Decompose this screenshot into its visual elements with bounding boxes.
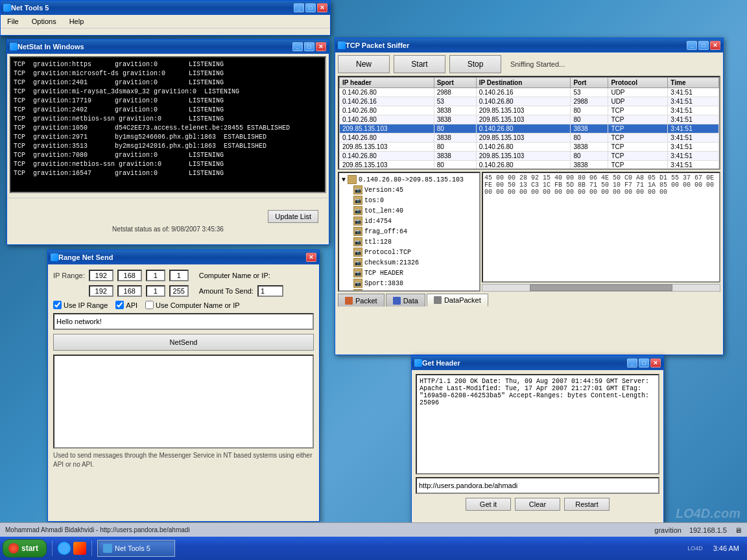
menu-file[interactable]: File [3, 16, 23, 27]
packet-tree-item[interactable]: 📷 frag_off:64 [340, 226, 478, 237]
amount-input[interactable] [257, 285, 283, 297]
netstat-window: NetStat In Windows _ □ ✕ TCP gravition:h… [6, 39, 329, 245]
taskbar-nettools[interactable]: Net Tools 5 [97, 540, 175, 557]
menu-help[interactable]: Help [65, 16, 88, 27]
packet-tree[interactable]: ▼ 0.140.26.80->209.85.135.103📷 Version:4… [338, 172, 480, 292]
ie-icon[interactable] [58, 542, 71, 555]
ip4-start[interactable] [169, 270, 189, 281]
packet-tree-item[interactable]: 📷 Protocol:TCP [340, 247, 478, 257]
hex-scrollbar[interactable] [482, 284, 720, 292]
ip3-start[interactable] [146, 270, 165, 281]
minimize-button[interactable]: _ [294, 3, 304, 12]
netstat-close[interactable]: ✕ [316, 42, 326, 51]
table-row[interactable]: 0.140.26.16530.140.26.802988UDP3:41:51 [340, 97, 719, 106]
quicklaunch-icon2[interactable] [73, 542, 86, 555]
message-input[interactable] [53, 313, 314, 330]
update-list-button[interactable]: Update List [268, 210, 318, 223]
ip4-end[interactable] [169, 285, 189, 297]
use-computer-name-checkbox[interactable] [145, 301, 154, 309]
col-ip-header: IP header [340, 78, 434, 88]
packet-table-container: IP header Sport IP Destination Port Prot… [338, 76, 720, 170]
range-title: Range Net Send [58, 253, 306, 261]
netstat-console: TCP gravition:https gravition:0 LISTENIN… [10, 56, 326, 193]
tcp-start-button[interactable]: Start [394, 55, 445, 73]
clear-button[interactable]: Clear [515, 498, 560, 511]
ip1-start[interactable] [89, 270, 113, 281]
status-net-icon: 🖥 [735, 526, 742, 534]
main-window-controls: _ □ ✕ [294, 3, 327, 12]
console-line: TCP gravition:16547 gravition:0 LISTENIN… [14, 169, 322, 178]
use-ip-range-checkbox[interactable] [53, 301, 62, 309]
tab-datapacket[interactable]: DataPacket [427, 294, 488, 307]
header-close[interactable]: ✕ [650, 358, 661, 368]
netstat-title-bar[interactable]: NetStat In Windows _ □ ✕ [7, 40, 329, 54]
tcp-close[interactable]: ✕ [710, 41, 720, 50]
packet-tree-item[interactable]: 📷 tos:0 [340, 195, 478, 205]
ip2-end[interactable] [117, 285, 142, 297]
header-icon [414, 359, 422, 367]
start-button[interactable]: start [3, 539, 47, 557]
maximize-button[interactable]: □ [305, 3, 316, 12]
netstat-maximize[interactable]: □ [304, 42, 314, 51]
use-api-label[interactable]: API [115, 301, 137, 309]
header-minimize[interactable]: _ [627, 358, 637, 368]
main-title-bar[interactable]: Net Tools 5 _ □ ✕ [1, 1, 330, 15]
main-window: Net Tools 5 _ □ ✕ File Options Help [0, 0, 331, 36]
amount-label: Amount To Send: [199, 287, 254, 295]
range-close[interactable]: ✕ [306, 253, 316, 262]
tab-data[interactable]: Data [386, 294, 425, 307]
packet-tree-item[interactable]: 📷 Version:45 [340, 185, 478, 195]
table-row[interactable]: 0.140.26.803838209.85.135.10380TCP3:41:5… [340, 115, 719, 124]
console-line: TCP gravition:mi-raysat_3dsmax9_32 gravi… [14, 88, 322, 97]
table-row[interactable]: 209.85.135.103800.140.26.803838TCP3:41:5… [340, 161, 719, 170]
tcp-title-bar[interactable]: TCP Packet Sniffer _ □ ✕ [335, 38, 723, 52]
table-row[interactable]: 209.85.135.103800.140.26.803838TCP3:41:5… [340, 124, 719, 134]
packet-tree-item[interactable]: 📷 id:4754 [340, 216, 478, 226]
lo4d-watermark: LO4D.com [676, 506, 741, 521]
close-button[interactable]: ✕ [317, 3, 327, 12]
table-row[interactable]: 0.140.26.803838209.85.135.10380TCP3:41:5… [340, 134, 719, 143]
range-title-bar[interactable]: Range Net Send ✕ [48, 250, 319, 264]
use-ip-range-label[interactable]: Use IP Range [53, 301, 108, 309]
col-ip-dst: IP Destination [476, 78, 571, 88]
tcp-icon [338, 41, 346, 49]
packet-tree-item[interactable]: 📷 ttl:128 [340, 237, 478, 247]
col-time: Time [668, 78, 719, 88]
table-row[interactable]: 0.140.26.803838209.85.135.10380TCP3:41:5… [340, 106, 719, 115]
header-url-input[interactable] [416, 477, 659, 494]
tcp-minimize[interactable]: _ [687, 41, 697, 50]
packet-tree-item[interactable]: 📷 TCP HEADER [340, 268, 478, 278]
tcp-stop-button[interactable]: Stop [449, 55, 501, 73]
range-window-controls: ✕ [306, 253, 316, 262]
console-line: TCP gravition:7080 gravition:0 LISTENING [14, 151, 322, 160]
range-icon [51, 253, 58, 261]
tcp-new-button[interactable]: New [338, 55, 390, 73]
table-row[interactable]: 0.140.26.803838209.85.135.10380TCP3:41:5… [340, 152, 719, 161]
tcp-maximize[interactable]: □ [698, 41, 709, 50]
console-line: TCP gravition:https gravition:0 LISTENIN… [14, 60, 322, 69]
packet-tree-item[interactable]: 📷 tot_len:40 [340, 205, 478, 216]
netsend-button[interactable]: NetSend [53, 334, 314, 351]
packet-tree-item[interactable]: 📷 Sport:3838 [340, 278, 478, 288]
packet-tree-root[interactable]: ▼ 0.140.26.80->209.85.135.103 [340, 174, 478, 185]
packet-tree-item[interactable]: 📷 checksum:21326 [340, 257, 478, 268]
header-title-bar[interactable]: Get Header _ □ ✕ [412, 356, 663, 370]
header-maximize[interactable]: □ [639, 358, 649, 368]
packet-tree-item[interactable]: 📷 Dport:80 [340, 288, 478, 292]
table-row[interactable]: 209.85.135.103800.140.26.803838TCP3:41:5… [340, 143, 719, 152]
ip2-start[interactable] [117, 270, 142, 281]
use-api-checkbox[interactable] [115, 301, 124, 309]
get-it-button[interactable]: Get it [466, 498, 511, 511]
console-line: TCP gravition:2401 gravition:0 LISTENING [14, 78, 322, 88]
ip3-end[interactable] [146, 285, 165, 297]
use-computer-name-label[interactable]: Use Computer Name or IP [145, 301, 240, 309]
data-tab-icon [393, 297, 401, 305]
header-window-controls: _ □ ✕ [627, 358, 661, 368]
tab-packet[interactable]: Packet [338, 294, 385, 307]
netstat-minimize[interactable]: _ [292, 42, 303, 51]
table-row[interactable]: 0.140.26.8029880.140.26.1653UDP3:41:51 [340, 88, 719, 97]
taskbar-right: LO4D 3:46 AM [687, 543, 744, 554]
menu-options[interactable]: Options [28, 16, 60, 27]
restart-button[interactable]: Restart [564, 498, 610, 511]
ip1-end[interactable] [89, 285, 113, 297]
